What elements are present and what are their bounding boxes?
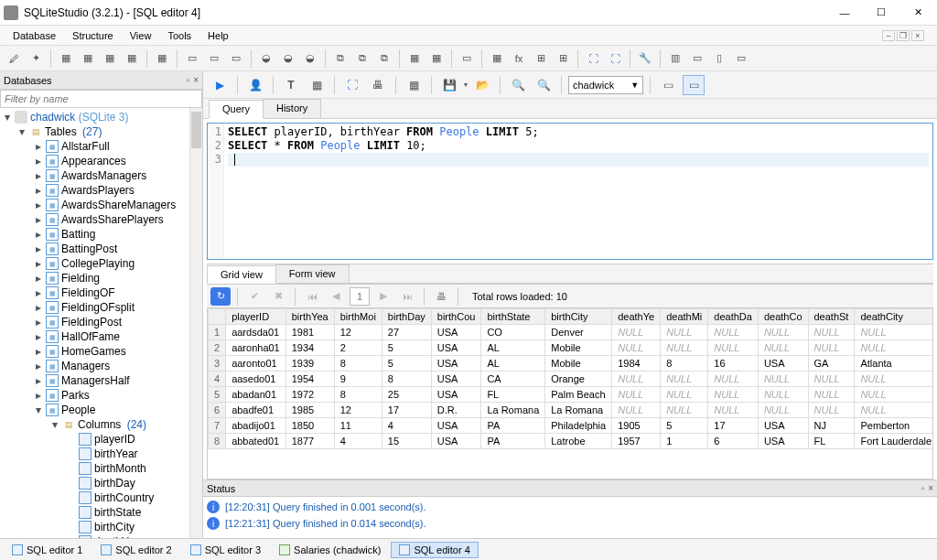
add-table-icon[interactable]: ▦	[56, 48, 76, 69]
layout1-icon[interactable]: ▭	[657, 75, 679, 95]
menu-structure[interactable]: Structure	[65, 28, 121, 43]
mdi-close-button[interactable]: ×	[911, 30, 924, 41]
copy-table-icon[interactable]: ▦	[152, 48, 172, 69]
link-icon[interactable]: ⧉	[330, 48, 350, 69]
database-selector[interactable]: chadwick ▼	[568, 76, 643, 94]
tree-table-FieldingPost[interactable]: ▸▦FieldingPost	[0, 315, 202, 329]
tree-table-ManagersHalf[interactable]: ▸▦ManagersHalf	[0, 373, 202, 388]
menu-help[interactable]: Help	[200, 28, 236, 43]
doc-tab-2[interactable]: SQL editor 3	[182, 542, 269, 558]
history-icon[interactable]: ▦	[487, 48, 507, 69]
tile2-icon[interactable]: ▭	[687, 48, 707, 69]
tree-table-Managers[interactable]: ▸▦Managers	[0, 359, 202, 373]
refresh-table-icon[interactable]: ▦	[122, 48, 142, 69]
tile-icon[interactable]: ▥	[665, 48, 685, 69]
minimize-button[interactable]: —	[833, 4, 856, 22]
database-tree[interactable]: ▾chadwick (SQLite 3)▾▤Tables (27)▸▦Allst…	[0, 108, 202, 538]
explain-icon[interactable]: 👤	[244, 75, 266, 95]
view3-icon[interactable]: ▭	[226, 48, 246, 69]
tree-col-playerID[interactable]: playerID	[0, 432, 202, 447]
tree-table-CollegePlaying[interactable]: ▸▦CollegePlaying	[0, 256, 202, 271]
fullscreen2-icon[interactable]: ⛶	[605, 48, 625, 69]
tree-table-BattingPost[interactable]: ▸▦BattingPost	[0, 242, 202, 256]
link3-icon[interactable]: ⧉	[374, 48, 394, 69]
print-icon[interactable]: 🖶	[367, 75, 389, 95]
mdi-minimize-button[interactable]: –	[882, 30, 895, 41]
tree-table-Batting[interactable]: ▸▦Batting	[0, 227, 202, 242]
results-grid[interactable]: playerIDbirthYeabirthMoibirthDaybirthCou…	[207, 307, 933, 479]
open-icon[interactable]: 📂	[471, 75, 493, 95]
function-icon[interactable]: fx	[509, 48, 529, 69]
tree-table-Fielding[interactable]: ▸▦Fielding	[0, 271, 202, 285]
tab-form-view[interactable]: Form view	[275, 264, 350, 283]
tree-col-birthCountry[interactable]: birthCountry	[0, 490, 202, 505]
erase2-icon[interactable]: ◒	[278, 48, 298, 69]
tree-col-birthState[interactable]: birthState	[0, 505, 202, 520]
tree-table-AwardsShareManagers[interactable]: ▸▦AwardsShareManagers	[0, 198, 202, 212]
tree-table-FieldingOF[interactable]: ▸▦FieldingOF	[0, 285, 202, 300]
import-icon[interactable]: ▦	[426, 48, 447, 69]
doc-tab-1[interactable]: SQL editor 2	[92, 542, 179, 558]
tree-table-Parks[interactable]: ▸▦Parks	[0, 388, 202, 403]
last-page-icon[interactable]: ⏭	[397, 287, 417, 306]
close-panel-icon[interactable]: ×	[193, 75, 199, 85]
clear-icon[interactable]: ▦	[306, 75, 328, 95]
tree-col-birthCity[interactable]: birthCity	[0, 520, 202, 534]
tree-col-deathYear[interactable]: deathYear	[0, 534, 202, 538]
collation-icon[interactable]: ⊞	[531, 48, 551, 69]
export-icon[interactable]: ▦	[404, 48, 425, 69]
sql-code[interactable]: SELECT playerID, birthYear FROM People L…	[224, 124, 932, 259]
print-results-icon[interactable]: 🖶	[431, 287, 451, 306]
tree-table-People[interactable]: ▾▦People	[0, 403, 202, 417]
tree-table-HomeGames[interactable]: ▸▦HomeGames	[0, 344, 202, 359]
commit-icon[interactable]: ✔	[244, 287, 264, 306]
fullscreen-icon[interactable]: ⛶	[583, 48, 603, 69]
tree-table-HallOfFame[interactable]: ▸▦HallOfFame	[0, 329, 202, 344]
tree-scrollbar[interactable]	[189, 108, 202, 538]
extension-icon[interactable]: ⊞	[553, 48, 573, 69]
tree-table-FieldingOFsplit[interactable]: ▸▦FieldingOFsplit	[0, 300, 202, 315]
tree-db[interactable]: ▾chadwick (SQLite 3)	[0, 110, 202, 124]
tab-history[interactable]: History	[263, 99, 321, 118]
mdi-restore-button[interactable]: ❐	[897, 30, 910, 41]
next-page-icon[interactable]: ▶	[373, 287, 393, 306]
tree-table-AwardsManagers[interactable]: ▸▦AwardsManagers	[0, 168, 202, 183]
tile4-icon[interactable]: ▭	[731, 48, 751, 69]
tree-col-birthYear[interactable]: birthYear	[0, 447, 202, 461]
view2-icon[interactable]: ▭	[204, 48, 224, 69]
maximize-button[interactable]: ☐	[869, 4, 893, 22]
tree-columns[interactable]: ▾▤Columns (24)	[0, 417, 202, 432]
disconnect-icon[interactable]: ✦	[26, 48, 46, 69]
expand-icon[interactable]: ⛶	[341, 75, 363, 95]
format-bold-icon[interactable]: T	[280, 75, 302, 95]
find-icon[interactable]: 🔍	[533, 75, 555, 95]
export-results-icon[interactable]: ▦	[403, 75, 425, 95]
tree-table-Appearances[interactable]: ▸▦Appearances	[0, 154, 202, 168]
tree-tables[interactable]: ▾▤Tables (27)	[0, 124, 202, 139]
tab-query[interactable]: Query	[209, 100, 264, 119]
tree-col-birthDay[interactable]: birthDay	[0, 476, 202, 490]
filter-input[interactable]	[1, 91, 201, 107]
menu-tools[interactable]: Tools	[160, 28, 199, 43]
doc-tab-3[interactable]: Salaries (chadwick)	[271, 542, 389, 558]
settings-icon[interactable]: 🔧	[635, 48, 655, 69]
status-undock-icon[interactable]: ▫	[921, 483, 925, 493]
doc-tab-4[interactable]: SQL editor 4	[391, 542, 478, 558]
erase-icon[interactable]: ◒	[256, 48, 276, 69]
edit-table-icon[interactable]: ▦	[78, 48, 98, 69]
doc-tab-0[interactable]: SQL editor 1	[4, 542, 91, 558]
tree-col-birthMonth[interactable]: birthMonth	[0, 461, 202, 476]
tree-table-AwardsPlayers[interactable]: ▸▦AwardsPlayers	[0, 183, 202, 198]
delete-table-icon[interactable]: ▦	[100, 48, 120, 69]
erase3-icon[interactable]: ◒	[300, 48, 320, 69]
sql-editor[interactable]: 123 SELECT playerID, birthYear FROM Peop…	[207, 123, 933, 260]
status-close-icon[interactable]: ×	[928, 483, 933, 493]
tree-table-AllstarFull[interactable]: ▸▦AllstarFull	[0, 139, 202, 154]
search-icon[interactable]: 🔍	[507, 75, 529, 95]
save-icon[interactable]: 💾	[438, 75, 460, 95]
tab-grid-view[interactable]: Grid view	[207, 265, 276, 284]
menu-database[interactable]: Database	[5, 28, 63, 43]
tile3-icon[interactable]: ▯	[709, 48, 729, 69]
run-query-icon[interactable]: ▶	[209, 75, 231, 95]
tree-table-AwardsSharePlayers[interactable]: ▸▦AwardsSharePlayers	[0, 212, 202, 227]
